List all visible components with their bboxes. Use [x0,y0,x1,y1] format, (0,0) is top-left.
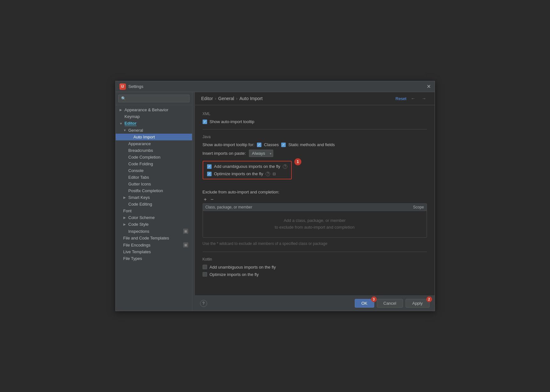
search-input[interactable] [118,95,190,102]
sidebar-item-label: Code Editing [128,202,152,207]
insert-imports-row: Insert imports on paste: Always Ask Neve… [203,150,427,157]
table-empty-text: Add a class, package, or member to exclu… [275,217,354,231]
sidebar-item-file-types[interactable]: File Types [116,255,192,262]
apply-badge: 2 [426,296,432,302]
sidebar-item-editor-tabs[interactable]: Editor Tabs [116,174,192,181]
col-class-header: Class, package, or member [205,205,399,209]
titlebar: IJ Settings ✕ [116,81,435,92]
kotlin-add-unambiguous-checkbox[interactable] [203,265,207,269]
insert-imports-dropdown-wrapper: Always Ask Never [249,150,273,157]
apply-button[interactable]: Apply [406,299,430,308]
breadcrumb-sep1: › [215,96,216,101]
sidebar-item-label: Editor [125,121,137,126]
header-actions: Reset ← → [396,95,428,102]
sidebar-item-label: Auto Import [134,135,155,139]
java-section: Java Show auto-import tooltip for: Class… [203,135,427,247]
sidebar-item-live-templates[interactable]: Live Templates [116,248,192,255]
java-classes-checkbox[interactable] [257,143,261,147]
footer-left: ? [200,300,207,307]
sidebar-item-label: Console [128,168,144,173]
sidebar-item-editor[interactable]: ▼ Editor [116,120,192,127]
help-button[interactable]: ? [200,300,207,307]
sidebar-item-label: Appearance & Behavior [125,107,168,112]
hint-text: Use the * wildcard to exclude all member… [203,241,427,247]
sidebar-item-label: Appearance [128,141,151,146]
sidebar-item-label: Inspections [128,229,150,234]
sidebar-item-appearance-behavior[interactable]: ▶ Appearance & Behavior [116,106,192,113]
sidebar-item-file-code-templates[interactable]: File and Code Templates [116,235,192,241]
forward-button[interactable]: → [420,95,428,102]
highlighted-box: Add unambiguous imports on the fly ? Opt… [203,161,292,179]
java-static-checkbox[interactable] [281,143,286,147]
content-body: XML Show auto-import tooltip Java Show a… [195,105,435,295]
xml-section: XML Show auto-import tooltip [203,112,427,124]
content-header: Editor › General › Auto Import Reset ← → [195,92,435,105]
window-title: Settings [128,84,143,89]
insert-imports-select[interactable]: Always Ask Never [249,150,273,157]
sidebar-item-label: Breadcrumbs [128,148,153,153]
java-label: Java [203,135,427,139]
sidebar-item-auto-import[interactable]: Auto Import [116,134,192,140]
sidebar-item-postfix-completion[interactable]: Postfix Completion [116,187,192,194]
sidebar-item-code-folding[interactable]: Code Folding [116,161,192,167]
add-unambiguous-help-icon[interactable]: ? [283,164,287,169]
sidebar-item-inspections[interactable]: Inspections ⊞ [116,228,192,235]
back-button[interactable]: ← [409,95,417,102]
sidebar-item-breadcrumbs[interactable]: Breadcrumbs [116,147,192,154]
kotlin-optimize-label: Optimize imports on the fly [210,272,259,277]
add-unambiguous-row: Add unambiguous imports on the fly ? [207,164,287,169]
sidebar-item-font[interactable]: Font [116,208,192,214]
exclude-table: Class, package, or member Scope Add a cl… [203,203,427,238]
sidebar-item-keymap[interactable]: Keymap [116,113,192,120]
sidebar-item-gutter-icons[interactable]: Gutter Icons [116,181,192,187]
file-encodings-badge: ⊞ [183,242,188,247]
sidebar-item-appearance[interactable]: Appearance [116,140,192,147]
footer: ? OK 3 Cancel Apply 2 [195,295,435,311]
annotation-badge-1: 1 [294,158,301,165]
kotlin-optimize-row: Optimize imports on the fly [203,272,427,277]
footer-right: OK 3 Cancel Apply 2 [355,299,430,308]
optimize-imports-doc-icon[interactable]: ⊟ [273,172,276,176]
sidebar-item-file-encodings[interactable]: File Encodings ⊞ [116,241,192,248]
xml-tooltip-checkbox[interactable] [203,120,207,124]
add-unambiguous-checkbox[interactable] [207,164,212,169]
remove-exclude-button[interactable]: − [209,197,215,202]
sidebar-item-label: File and Code Templates [123,236,169,240]
optimize-imports-checkbox[interactable] [207,172,212,176]
java-divider [203,252,427,252]
add-exclude-button[interactable]: + [203,197,208,202]
settings-window: IJ Settings ✕ ▶ Appearance & Behavior Ke… [115,81,435,311]
titlebar-left: IJ Settings [120,83,143,90]
sidebar-item-label: Code Style [128,222,149,227]
expand-arrow: ▶ [123,216,127,219]
breadcrumb-sep2: › [236,96,238,101]
sidebar-scrollbar[interactable] [192,92,195,311]
inspections-badge: ⊞ [183,229,188,234]
sidebar-item-color-scheme[interactable]: ▶ Color Scheme [116,214,192,221]
empty-line2: to exclude from auto-import and completi… [275,225,354,230]
sidebar-item-code-completion[interactable]: Code Completion [116,154,192,161]
sidebar-item-label: Code Completion [128,155,160,160]
cancel-button[interactable]: Cancel [377,299,403,308]
sidebar-item-general[interactable]: ▼ General [116,127,192,134]
sidebar-item-smart-keys[interactable]: ▶ Smart Keys [116,194,192,201]
expand-arrow: ▼ [120,122,123,125]
sidebar-item-console[interactable]: Console [116,167,192,174]
table-header: Class, package, or member Scope [203,204,427,211]
sidebar-item-code-editing[interactable]: Code Editing [116,201,192,208]
reset-link[interactable]: Reset [396,96,407,101]
kotlin-optimize-checkbox[interactable] [203,272,207,277]
empty-line1: Add a class, package, or member [284,218,346,223]
sidebar-item-label: General [128,128,143,133]
content-panel: Editor › General › Auto Import Reset ← →… [195,92,435,311]
xml-label: XML [203,112,427,116]
optimize-imports-help-icon[interactable]: ? [266,172,270,176]
sidebar-item-code-style[interactable]: ▶ Code Style [116,221,192,228]
sidebar-item-label: Editor Tabs [128,175,149,180]
close-button[interactable]: ✕ [427,83,431,90]
ok-btn-wrapper: OK 3 [355,299,374,308]
exclude-toolbar: + − [203,197,427,202]
table-body: Add a class, package, or member to exclu… [203,211,427,237]
breadcrumb-editor: Editor [201,96,213,101]
optimize-imports-row: Optimize imports on the fly ? ⊟ [207,171,287,176]
